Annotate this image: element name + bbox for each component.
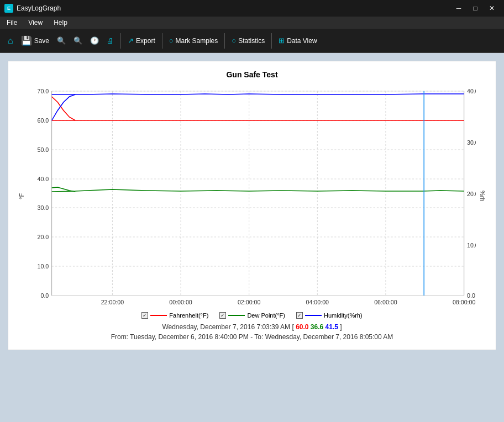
chart-body: 70.0 60.0 50.0 40.0 30.0 20.0 10.0 0.0	[28, 86, 476, 307]
main-content: Gun Safe Test °F	[0, 53, 504, 422]
data-view-icon: ⊞	[279, 36, 285, 45]
zoom-in-button[interactable]: 🔍	[54, 34, 69, 47]
svg-text:06:00:00: 06:00:00	[374, 299, 397, 305]
fahrenheit-checkbox[interactable]: ✓	[141, 312, 148, 319]
close-button[interactable]: ✕	[484, 1, 500, 16]
separator-2	[162, 33, 162, 49]
svg-text:04:00:00: 04:00:00	[306, 299, 329, 305]
export-label: Export	[136, 37, 155, 45]
mark-samples-icon: ○	[169, 36, 174, 45]
save-icon: 💾	[21, 35, 32, 46]
svg-text:20.0: 20.0	[38, 234, 49, 240]
range-to: - To: Wednesday, December 7, 2016 8:05:0…	[250, 333, 393, 341]
svg-text:30.0: 30.0	[38, 205, 49, 211]
menu-file[interactable]: File	[2, 18, 22, 28]
separator-3	[224, 33, 225, 49]
chart-datetime: Wednesday, December 7, 2016 7:03:39 AM	[162, 323, 290, 331]
mark-samples-label: Mark Samples	[176, 37, 218, 45]
svg-text:08:00:00: 08:00:00	[453, 299, 476, 305]
menu-help[interactable]: Help	[49, 18, 72, 28]
window-controls: ─ □ ✕	[451, 1, 500, 16]
export-icon: ↗	[128, 36, 134, 45]
range-from: From: Tuesday, December 6, 2016 8:40:00 …	[111, 333, 249, 341]
app-title: EasyLogGraph	[17, 4, 61, 12]
home-icon: ⌂	[8, 36, 13, 46]
zoom-out-button[interactable]: 🔍	[70, 34, 86, 47]
humidity-check: ✓	[297, 313, 302, 318]
value-humidity: 41.5	[326, 323, 338, 331]
maximize-button[interactable]: □	[468, 1, 483, 16]
bracket-close: ]	[340, 323, 342, 331]
chart-legend: ✓ Fahrenheit(°F) ✓ Dew Point(°F) ✓ Humid…	[17, 312, 487, 319]
dewpoint-label: Dew Point(°F)	[247, 312, 285, 319]
separator-4	[271, 33, 272, 49]
humidity-line	[305, 315, 322, 316]
app-icon: E	[4, 4, 13, 13]
svg-text:70.0: 70.0	[38, 88, 49, 94]
minimize-button[interactable]: ─	[451, 1, 466, 16]
svg-text:40.0: 40.0	[467, 88, 476, 94]
svg-text:60.0: 60.0	[38, 118, 49, 124]
zoom-out-icon: 🔍	[74, 36, 82, 45]
y-axis-left-label: °F	[17, 86, 26, 307]
svg-text:0.0: 0.0	[467, 293, 475, 299]
svg-rect-0	[52, 91, 464, 296]
print-icon: 🖨	[107, 36, 114, 45]
svg-text:10.0: 10.0	[38, 263, 49, 270]
menu-view[interactable]: View	[24, 18, 47, 28]
legend-fahrenheit: ✓ Fahrenheit(°F)	[141, 312, 208, 319]
chart-title: Gun Safe Test	[17, 70, 487, 79]
humidity-label: Humidity(%rh)	[324, 312, 363, 319]
chart-datetime-info: Wednesday, December 7, 2016 7:03:39 AM […	[17, 323, 487, 331]
fahrenheit-check: ✓	[143, 313, 147, 318]
svg-text:20.0: 20.0	[467, 191, 476, 197]
save-label: Save	[34, 37, 49, 45]
data-view-label: Data View	[287, 37, 317, 45]
mark-samples-button[interactable]: ○ Mark Samples	[166, 34, 222, 47]
y-axis-right-label: %rh	[478, 86, 487, 307]
statistics-icon: ○	[232, 36, 236, 45]
svg-text:02:00:00: 02:00:00	[238, 299, 261, 305]
statistics-button[interactable]: ○ Statistics	[228, 34, 268, 47]
humidity-checkbox[interactable]: ✓	[296, 312, 303, 319]
statistics-label: Statistics	[238, 37, 265, 45]
print-button[interactable]: 🖨	[103, 34, 117, 47]
data-view-button[interactable]: ⊞ Data View	[275, 34, 320, 47]
chart-svg[interactable]: 70.0 60.0 50.0 40.0 30.0 20.0 10.0 0.0	[28, 86, 476, 307]
reset-zoom-icon: 🕐	[90, 36, 99, 45]
svg-text:00:00:00: 00:00:00	[169, 299, 192, 305]
svg-text:0.0: 0.0	[40, 293, 49, 299]
dewpoint-check: ✓	[221, 313, 225, 318]
fahrenheit-label: Fahrenheit(°F)	[169, 312, 208, 319]
fahrenheit-line	[150, 315, 167, 316]
title-bar-left: E EasyLogGraph	[4, 4, 61, 13]
dewpoint-line	[228, 315, 245, 316]
svg-text:22:00:00: 22:00:00	[101, 299, 124, 305]
title-bar: E EasyLogGraph ─ □ ✕	[0, 0, 504, 17]
toolbar: ⌂ 💾 Save 🔍 🔍 🕐 🖨 ↗ Export ○ Mark Samples…	[0, 29, 504, 53]
separator-1	[120, 33, 121, 49]
zoom-in-icon: 🔍	[57, 36, 66, 45]
value-dewpoint: 36.6	[311, 323, 323, 331]
svg-text:50.0: 50.0	[38, 147, 49, 153]
legend-dewpoint: ✓ Dew Point(°F)	[219, 312, 285, 319]
export-button[interactable]: ↗ Export	[124, 34, 159, 47]
reset-zoom-button[interactable]: 🕐	[87, 34, 102, 47]
home-button[interactable]: ⌂	[4, 34, 17, 48]
legend-humidity: ✓ Humidity(%rh)	[296, 312, 363, 319]
menu-bar: File View Help	[0, 17, 504, 29]
save-button[interactable]: 💾 Save	[18, 33, 53, 48]
value-fahrenheit: 60.0	[296, 323, 308, 331]
svg-text:30.0: 30.0	[467, 140, 476, 146]
svg-text:10.0: 10.0	[467, 242, 476, 249]
chart-container: Gun Safe Test °F	[8, 61, 496, 350]
dewpoint-checkbox[interactable]: ✓	[219, 312, 226, 319]
chart-range-info: From: Tuesday, December 6, 2016 8:40:00 …	[17, 333, 487, 341]
svg-text:40.0: 40.0	[38, 176, 49, 182]
chart-area: °F	[17, 86, 487, 307]
